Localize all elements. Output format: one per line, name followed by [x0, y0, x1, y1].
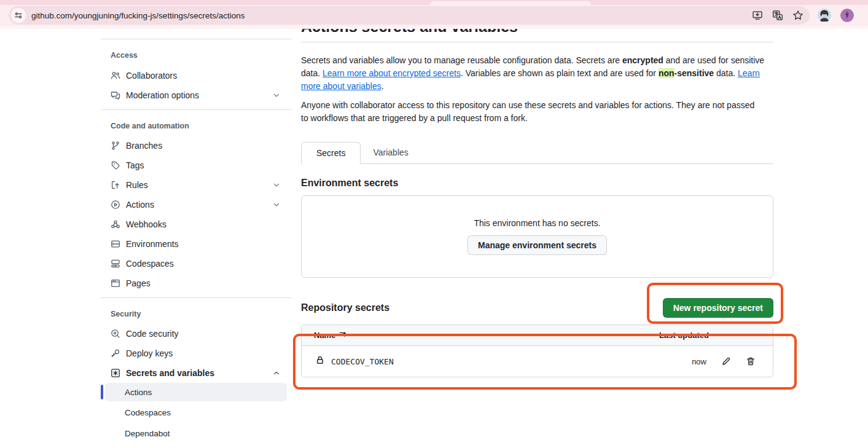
address-bar[interactable]: github.com/youngjuning/fucking-js/settin… — [9, 6, 810, 25]
sidebar-item-collaborators[interactable]: Collaborators — [101, 66, 292, 85]
sidebar-subitem-label: Codespaces — [125, 408, 171, 417]
sidebar-subitem-actions[interactable]: Actions — [105, 383, 287, 401]
new-repository-secret-button[interactable]: New repository secret — [663, 298, 773, 318]
sidebar-item-moderation-options[interactable]: Moderation options — [101, 85, 292, 105]
server-icon — [111, 239, 120, 249]
environment-empty-text: This environment has no secrets. — [474, 218, 600, 228]
tab-secrets[interactable]: Secrets — [301, 142, 361, 164]
repository-secrets-table: Name Last updated CODECOV_TOKEN — [301, 324, 773, 377]
divider — [101, 109, 292, 110]
sidebar-item-label: Pages — [126, 278, 151, 288]
sidebar-section-security: Security — [111, 310, 292, 318]
sidebar-item-rules[interactable]: Rules — [101, 175, 292, 195]
sidebar-item-codespaces[interactable]: Codespaces — [101, 254, 292, 273]
sidebar-item-label: Actions — [126, 200, 154, 210]
sidebar-item-label: Deploy keys — [126, 348, 173, 358]
repository-secrets-heading: Repository secrets — [301, 302, 389, 313]
sidebar-subitem-codespaces[interactable]: Codespaces — [105, 403, 292, 422]
tab-variables[interactable]: Variables — [361, 141, 420, 163]
tag-icon — [111, 160, 120, 170]
lock-icon — [315, 355, 325, 367]
intro-paragraph: Secrets and variables allow you to manag… — [301, 54, 768, 93]
divider — [301, 42, 773, 42]
sidebar-section-code-automation: Code and automation — [111, 122, 292, 130]
intro-text: . — [381, 81, 384, 91]
sort-icon[interactable] — [339, 331, 346, 340]
divider — [101, 297, 292, 298]
sidebar-item-branches[interactable]: Branches — [101, 136, 292, 155]
settings-sidebar: Access Collaborators Moderation options — [101, 29, 292, 448]
play-icon — [111, 200, 120, 210]
people-icon — [111, 71, 120, 81]
intro-bold-sensitive: -sensitive — [674, 68, 714, 78]
codespaces-icon — [111, 259, 120, 269]
column-last-updated-label[interactable]: Last updated — [659, 331, 773, 340]
sidebar-item-label: Collaborators — [126, 71, 177, 81]
edit-pencil-icon[interactable] — [721, 356, 731, 366]
browser-active-tab[interactable] — [430, 1, 591, 5]
intro-bold-encrypted: encrypted — [622, 55, 663, 65]
delete-trash-icon[interactable] — [746, 356, 756, 366]
sidebar-item-webhooks[interactable]: Webhooks — [101, 214, 292, 234]
sidebar-item-actions[interactable]: Actions — [101, 195, 292, 214]
secrets-variables-tabnav: Secrets Variables — [301, 142, 773, 164]
git-branch-icon — [111, 141, 120, 151]
chevron-down-icon — [272, 200, 281, 209]
sidebar-item-label: Moderation options — [126, 90, 199, 100]
collaborator-access-paragraph: Anyone with collaborator access to this … — [301, 99, 762, 125]
sidebar-item-label: Rules — [126, 180, 148, 190]
bookmark-star-icon[interactable] — [792, 10, 803, 21]
install-app-icon[interactable] — [752, 10, 763, 21]
table-header: Name Last updated — [302, 325, 773, 346]
sidebar-item-label: Code security — [126, 329, 179, 339]
divider — [101, 39, 292, 39]
sidebar-item-label: Tags — [126, 160, 144, 170]
sidebar-item-code-security[interactable]: Code security — [101, 324, 292, 344]
link-encrypted-secrets[interactable]: Learn more about encrypted secrets — [323, 68, 461, 78]
browser-icon — [111, 278, 120, 288]
column-name-label[interactable]: Name — [314, 331, 335, 340]
translate-icon[interactable] — [772, 10, 783, 21]
sidebar-item-label: Secrets and variables — [126, 368, 214, 378]
secret-updated: now — [692, 357, 706, 366]
intro-text: . Variables are shown as plain text and … — [461, 68, 659, 78]
sidebar-item-pages[interactable]: Pages — [101, 273, 292, 293]
sidebar-item-tags[interactable]: Tags — [101, 155, 292, 175]
sidebar-subitem-dependabot[interactable]: Dependabot — [105, 423, 292, 443]
url-text[interactable]: github.com/youngjuning/fucking-js/settin… — [31, 11, 244, 20]
site-controls-icon[interactable] — [11, 8, 26, 23]
sidebar-item-environments[interactable]: Environments — [101, 234, 292, 254]
intro-text: data. — [714, 68, 738, 78]
browser-toolbar: github.com/youngjuning/fucking-js/settin… — [0, 5, 868, 26]
browser-chrome: github.com/youngjuning/fucking-js/settin… — [0, 0, 868, 29]
browser-tab-strip — [0, 0, 868, 5]
chevron-down-icon — [272, 181, 281, 189]
table-row: CODECOV_TOKEN now — [302, 346, 773, 377]
environment-secrets-heading: Environment secrets — [301, 178, 773, 189]
codescan-icon — [111, 329, 120, 339]
webhook-icon — [111, 219, 120, 229]
rules-icon — [111, 180, 120, 190]
comment-discussion-icon — [111, 90, 120, 100]
sidebar-subitem-label: Dependabot — [125, 429, 170, 438]
sidebar-item-label: Environments — [126, 239, 179, 249]
sidebar-item-label: Webhooks — [126, 219, 166, 229]
secret-name: CODECOV_TOKEN — [331, 357, 394, 366]
environment-secrets-box: This environment has no secrets. Manage … — [301, 195, 773, 278]
sidebar-item-label: Codespaces — [126, 259, 174, 269]
key-asterisk-icon — [111, 368, 120, 378]
browser-profile-avatar[interactable] — [818, 9, 831, 22]
browser-account-avatar[interactable] — [840, 9, 854, 22]
sidebar-item-deploy-keys[interactable]: Deploy keys — [101, 344, 292, 363]
sidebar-item-label: Branches — [126, 141, 162, 151]
chevron-down-icon — [272, 91, 281, 100]
find-highlight: non — [659, 68, 674, 78]
key-icon — [111, 348, 120, 358]
sidebar-section-access: Access — [111, 51, 292, 60]
sidebar-subitem-label: Actions — [125, 388, 152, 397]
chrome-bottom-strip — [0, 26, 868, 29]
manage-environment-secrets-button[interactable]: Manage environment secrets — [467, 235, 607, 255]
chevron-up-icon — [272, 369, 281, 377]
sidebar-item-secrets-and-variables[interactable]: Secrets and variables — [101, 363, 292, 383]
intro-text: Secrets and variables allow you to manag… — [301, 55, 622, 65]
